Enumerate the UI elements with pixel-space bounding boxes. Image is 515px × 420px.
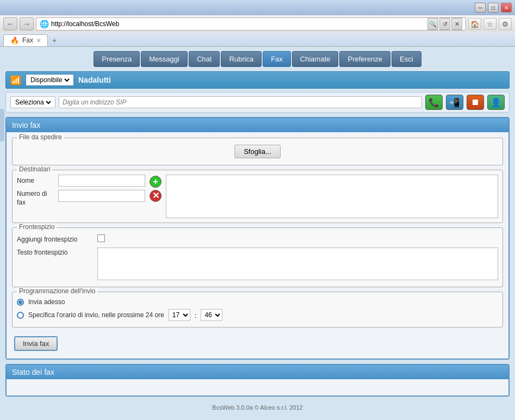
prog-group-label: Programmazione dell'invio	[17, 287, 97, 295]
main-panel: Invio fax File da spedire Sfoglia... Des…	[5, 117, 510, 397]
stato-fax-title: Stato dei fax	[12, 368, 54, 376]
search-dropdown-btn[interactable]: 🔍	[427, 18, 438, 30]
browse-button[interactable]: Sfoglia...	[234, 145, 281, 158]
nav-presenza[interactable]: Presenza	[94, 51, 140, 67]
invia-adesso-label: Invia adesso	[28, 298, 65, 306]
status-dropdown[interactable]: Disponibile Occupato Assente	[28, 76, 71, 84]
invia-fax-button[interactable]: Invia fax	[14, 336, 58, 351]
status-icon: 📶	[10, 75, 21, 85]
destinatari-group: Destinatari Nome Numero di fax	[12, 170, 503, 223]
colon-separator: :	[195, 311, 197, 319]
status-select[interactable]: Disponibile Occupato Assente	[26, 74, 74, 86]
nav-rubrica[interactable]: Rubrica	[221, 51, 262, 67]
invia-adesso-row: Invia adesso	[17, 297, 498, 307]
user-name: Nadalutti	[78, 76, 111, 84]
testo-textarea[interactable]	[97, 248, 498, 280]
stato-fax-header: Stato dei fax	[7, 365, 508, 379]
resize-handle[interactable]	[0, 109, 4, 141]
testo-label: Testo frontespizio	[17, 248, 93, 256]
call-green-btn[interactable]: 📞	[425, 95, 443, 110]
min-select[interactable]: 46 47	[201, 309, 222, 321]
call-video-btn[interactable]: 👤	[487, 95, 505, 110]
stop-btn[interactable]: ✕	[451, 18, 462, 30]
call-bar: Seleziona 📞 📲 ⏹ 👤	[5, 92, 510, 113]
aggiungi-checkbox[interactable]	[97, 234, 105, 242]
file-da-spedire-group: File da spedire Sfoglia...	[12, 138, 503, 165]
invio-fax-body: File da spedire Sfoglia... Destinatari N…	[7, 132, 508, 359]
nav-chat[interactable]: Chat	[189, 51, 220, 67]
top-nav: Presenza Messaggi Chat Rubrica Fax Chiam…	[0, 47, 515, 71]
favorites-btn[interactable]: ☆	[483, 18, 497, 30]
sip-input[interactable]	[59, 96, 422, 108]
ora-select[interactable]: 17 18	[169, 309, 190, 321]
invio-fax-title: Invio fax	[12, 121, 40, 129]
nome-row: Nome	[17, 175, 145, 187]
nav-esci[interactable]: Esci	[392, 51, 421, 67]
remove-dest-button[interactable]: ✕	[150, 190, 162, 202]
new-tab-btn[interactable]: +	[49, 36, 60, 45]
tools-btn[interactable]: ⚙	[499, 18, 512, 30]
address-bar-row: ← → 🌐 🔍 ↺ ✕ 🏠 ☆ ⚙	[0, 15, 515, 33]
dest-list[interactable]	[166, 175, 498, 218]
specifica-orario-radio[interactable]	[17, 312, 24, 319]
dest-fields: Nome Numero di fax	[17, 175, 145, 207]
close-button[interactable]: ✕	[501, 3, 512, 13]
back-button[interactable]: ←	[3, 17, 17, 30]
fax-tab-label: Fax	[22, 36, 33, 44]
status-bar: 📶 Disponibile Occupato Assente Nadalutti	[5, 71, 510, 89]
fax-tab-icon: 🔥	[10, 36, 19, 45]
aggiungi-row: Aggiungi frontespizio	[17, 232, 498, 245]
call-select-dropdown[interactable]: Seleziona	[13, 98, 53, 107]
app-content: Presenza Messaggi Chat Rubrica Fax Chiam…	[0, 47, 515, 419]
dest-group-label: Destinatari	[17, 165, 52, 173]
refresh-btn[interactable]: ↺	[439, 18, 450, 30]
maximize-button[interactable]: □	[488, 3, 499, 13]
specifica-orario-row: Specifica l'orario di invio, nelle pross…	[17, 307, 498, 323]
nav-chiamate[interactable]: Chiamate	[292, 51, 339, 67]
add-dest-button[interactable]: +	[150, 176, 162, 188]
nome-input[interactable]	[58, 175, 145, 187]
nav-messaggi[interactable]: Messaggi	[141, 51, 188, 67]
stato-fax-section: Stato dei fax	[5, 364, 510, 397]
dest-buttons: + ✕	[150, 176, 162, 218]
tab-bar: 🔥 Fax ✕ +	[0, 33, 515, 46]
file-group-label: File da spedire	[17, 133, 64, 141]
aggiungi-label: Aggiungi frontespizio	[17, 234, 93, 243]
frontespizio-group: Frontespizio Aggiungi frontespizio Testo…	[12, 227, 503, 287]
forward-button[interactable]: →	[20, 17, 34, 30]
call-stop-btn[interactable]: ⏹	[467, 95, 484, 110]
numero-input[interactable]	[58, 190, 145, 202]
call-transfer-btn[interactable]: 📲	[446, 95, 463, 110]
footer: BcsWeb 3.0.0a © Alceo s.r.l. 2012	[0, 401, 515, 414]
ie-icon: 🌐	[40, 20, 49, 28]
invio-fax-section: Invio fax File da spedire Sfoglia... Des…	[5, 117, 510, 360]
destinatari-inner: Nome Numero di fax + ✕	[17, 175, 498, 218]
invia-adesso-radio[interactable]	[17, 299, 24, 306]
nav-preferenze[interactable]: Preferenze	[339, 51, 390, 67]
submit-row: Invia fax	[12, 332, 503, 353]
invio-fax-header: Invio fax	[7, 118, 508, 132]
address-box: 🌐 🔍 ↺ ✕	[36, 17, 466, 30]
browser-tab-fax[interactable]: 🔥 Fax ✕	[3, 34, 48, 46]
numero-row: Numero di fax	[17, 189, 145, 207]
dest-left: Nome Numero di fax	[17, 175, 145, 218]
specifica-label: Specifica l'orario di invio, nelle pross…	[28, 311, 164, 319]
title-bar: ─ □ ✕	[0, 0, 515, 15]
minimize-button[interactable]: ─	[475, 3, 486, 13]
front-group-label: Frontespizio	[17, 223, 57, 231]
stato-fax-body	[7, 379, 508, 396]
browser-chrome: ─ □ ✕ ← → 🌐 🔍 ↺ ✕ 🏠 ☆ ⚙ 🔥 Fax ✕ +	[0, 0, 515, 47]
footer-text: BcsWeb 3.0.0a © Alceo s.r.l. 2012	[212, 404, 302, 411]
address-input[interactable]	[51, 20, 425, 28]
numero-label: Numero di fax	[17, 190, 55, 207]
address-actions: 🔍 ↺ ✕	[427, 18, 462, 30]
file-upload-row: Sfoglia...	[17, 143, 498, 160]
home-btn[interactable]: 🏠	[468, 18, 481, 30]
tab-close-btn[interactable]: ✕	[36, 38, 41, 44]
testo-row: Testo frontespizio	[17, 245, 498, 282]
nav-fax[interactable]: Fax	[263, 51, 291, 67]
nome-label: Nome	[17, 177, 55, 184]
programmazione-group: Programmazione dell'invio Invia adesso S…	[12, 292, 503, 328]
call-select[interactable]: Seleziona	[10, 96, 55, 108]
